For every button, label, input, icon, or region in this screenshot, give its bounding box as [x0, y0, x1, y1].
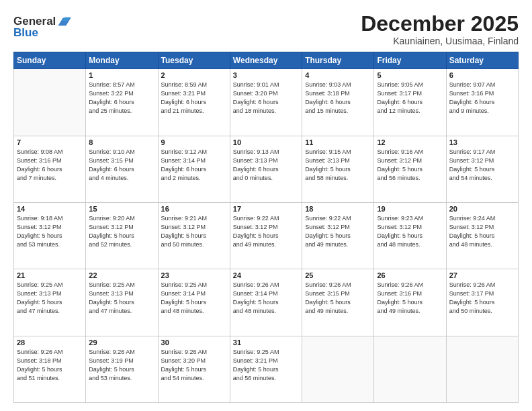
day-info: Sunrise: 9:15 AM Sunset: 3:13 PM Dayligh…	[305, 148, 371, 183]
day-info: Sunrise: 9:22 AM Sunset: 3:12 PM Dayligh…	[233, 214, 299, 249]
day-number: 20	[449, 205, 515, 213]
day-info: Sunrise: 9:08 AM Sunset: 3:16 PM Dayligh…	[17, 148, 83, 183]
weekday-header-saturday: Saturday	[446, 52, 518, 69]
day-info: Sunrise: 9:25 AM Sunset: 3:21 PM Dayligh…	[233, 348, 299, 383]
calendar-cell: 29Sunrise: 9:26 AM Sunset: 3:19 PM Dayli…	[86, 336, 158, 402]
calendar-cell: 25Sunrise: 9:26 AM Sunset: 3:15 PM Dayli…	[302, 269, 374, 336]
day-info: Sunrise: 9:17 AM Sunset: 3:12 PM Dayligh…	[449, 148, 515, 183]
page: General Blue December 2025 Kauniainen, U…	[0, 0, 532, 411]
day-number: 17	[233, 205, 299, 213]
calendar-cell: 21Sunrise: 9:25 AM Sunset: 3:13 PM Dayli…	[14, 269, 86, 336]
calendar-week-2: 7Sunrise: 9:08 AM Sunset: 3:16 PM Daylig…	[14, 136, 519, 202]
day-number: 19	[377, 205, 443, 213]
day-number: 12	[377, 138, 443, 146]
day-number: 16	[161, 205, 227, 213]
calendar-cell: 9Sunrise: 9:12 AM Sunset: 3:14 PM Daylig…	[158, 136, 230, 202]
calendar-cell	[14, 69, 86, 136]
day-number: 29	[89, 338, 154, 347]
day-number: 13	[449, 138, 515, 146]
day-info: Sunrise: 9:26 AM Sunset: 3:15 PM Dayligh…	[305, 281, 371, 316]
day-info: Sunrise: 9:03 AM Sunset: 3:18 PM Dayligh…	[305, 81, 371, 116]
calendar-cell: 10Sunrise: 9:13 AM Sunset: 3:13 PM Dayli…	[230, 136, 302, 202]
calendar-cell: 13Sunrise: 9:17 AM Sunset: 3:12 PM Dayli…	[446, 136, 518, 202]
day-info: Sunrise: 9:26 AM Sunset: 3:18 PM Dayligh…	[17, 348, 83, 383]
calendar-cell: 11Sunrise: 9:15 AM Sunset: 3:13 PM Dayli…	[302, 136, 374, 202]
day-info: Sunrise: 9:01 AM Sunset: 3:20 PM Dayligh…	[233, 81, 299, 116]
calendar-cell: 18Sunrise: 9:22 AM Sunset: 3:12 PM Dayli…	[302, 202, 374, 269]
day-info: Sunrise: 8:59 AM Sunset: 3:21 PM Dayligh…	[161, 81, 227, 116]
day-number: 31	[233, 338, 299, 347]
calendar-cell: 23Sunrise: 9:25 AM Sunset: 3:14 PM Dayli…	[158, 269, 230, 336]
day-info: Sunrise: 9:13 AM Sunset: 3:13 PM Dayligh…	[233, 148, 299, 183]
day-info: Sunrise: 9:24 AM Sunset: 3:12 PM Dayligh…	[449, 214, 515, 249]
day-info: Sunrise: 8:57 AM Sunset: 3:22 PM Dayligh…	[89, 81, 154, 116]
day-info: Sunrise: 9:10 AM Sunset: 3:15 PM Dayligh…	[89, 148, 154, 183]
calendar-cell: 20Sunrise: 9:24 AM Sunset: 3:12 PM Dayli…	[446, 202, 518, 269]
day-info: Sunrise: 9:20 AM Sunset: 3:12 PM Dayligh…	[89, 214, 154, 249]
day-number: 26	[377, 271, 443, 279]
day-number: 18	[305, 205, 371, 213]
day-number: 28	[17, 338, 83, 347]
day-info: Sunrise: 9:25 AM Sunset: 3:13 PM Dayligh…	[17, 281, 83, 316]
day-info: Sunrise: 9:25 AM Sunset: 3:13 PM Dayligh…	[89, 281, 154, 316]
day-info: Sunrise: 9:22 AM Sunset: 3:12 PM Dayligh…	[305, 214, 371, 249]
calendar-cell: 15Sunrise: 9:20 AM Sunset: 3:12 PM Dayli…	[86, 202, 158, 269]
calendar-cell: 14Sunrise: 9:18 AM Sunset: 3:12 PM Dayli…	[14, 202, 86, 269]
day-info: Sunrise: 9:18 AM Sunset: 3:12 PM Dayligh…	[17, 214, 83, 249]
calendar-cell: 17Sunrise: 9:22 AM Sunset: 3:12 PM Dayli…	[230, 202, 302, 269]
calendar-week-4: 21Sunrise: 9:25 AM Sunset: 3:13 PM Dayli…	[14, 269, 519, 336]
day-number: 9	[161, 138, 227, 146]
month-title: December 2025	[361, 12, 519, 36]
calendar-cell: 7Sunrise: 9:08 AM Sunset: 3:16 PM Daylig…	[14, 136, 86, 202]
day-number: 25	[305, 271, 371, 279]
calendar-week-1: 1Sunrise: 8:57 AM Sunset: 3:22 PM Daylig…	[14, 69, 519, 136]
calendar-table: SundayMondayTuesdayWednesdayThursdayFrid…	[13, 52, 519, 403]
logo-icon	[57, 13, 72, 28]
day-number: 11	[305, 138, 371, 146]
day-info: Sunrise: 9:26 AM Sunset: 3:17 PM Dayligh…	[449, 281, 515, 316]
day-number: 1	[89, 71, 154, 79]
weekday-header-thursday: Thursday	[302, 52, 374, 69]
calendar-cell: 5Sunrise: 9:05 AM Sunset: 3:17 PM Daylig…	[374, 69, 446, 136]
calendar-cell: 6Sunrise: 9:07 AM Sunset: 3:16 PM Daylig…	[446, 69, 518, 136]
day-info: Sunrise: 9:12 AM Sunset: 3:14 PM Dayligh…	[161, 148, 227, 183]
day-info: Sunrise: 9:25 AM Sunset: 3:14 PM Dayligh…	[161, 281, 227, 316]
day-number: 3	[233, 71, 299, 79]
day-number: 24	[233, 271, 299, 279]
calendar-cell: 8Sunrise: 9:10 AM Sunset: 3:15 PM Daylig…	[86, 136, 158, 202]
day-number: 23	[161, 271, 227, 279]
day-info: Sunrise: 9:05 AM Sunset: 3:17 PM Dayligh…	[377, 81, 443, 116]
header: General Blue December 2025 Kauniainen, U…	[13, 12, 519, 46]
day-number: 4	[305, 71, 371, 79]
calendar-cell: 3Sunrise: 9:01 AM Sunset: 3:20 PM Daylig…	[230, 69, 302, 136]
day-info: Sunrise: 9:26 AM Sunset: 3:19 PM Dayligh…	[89, 348, 154, 383]
day-info: Sunrise: 9:16 AM Sunset: 3:12 PM Dayligh…	[377, 148, 443, 183]
day-number: 27	[449, 271, 515, 279]
day-number: 21	[17, 271, 83, 279]
weekday-header-row: SundayMondayTuesdayWednesdayThursdayFrid…	[14, 52, 519, 69]
day-number: 6	[449, 71, 515, 79]
calendar-cell: 4Sunrise: 9:03 AM Sunset: 3:18 PM Daylig…	[302, 69, 374, 136]
day-number: 15	[89, 205, 154, 213]
calendar-cell	[302, 336, 374, 402]
calendar-week-3: 14Sunrise: 9:18 AM Sunset: 3:12 PM Dayli…	[14, 202, 519, 269]
calendar-cell: 22Sunrise: 9:25 AM Sunset: 3:13 PM Dayli…	[86, 269, 158, 336]
calendar-cell: 30Sunrise: 9:26 AM Sunset: 3:20 PM Dayli…	[158, 336, 230, 402]
weekday-header-tuesday: Tuesday	[158, 52, 230, 69]
day-info: Sunrise: 9:21 AM Sunset: 3:12 PM Dayligh…	[161, 214, 227, 249]
calendar-cell: 24Sunrise: 9:26 AM Sunset: 3:14 PM Dayli…	[230, 269, 302, 336]
calendar-cell: 2Sunrise: 8:59 AM Sunset: 3:21 PM Daylig…	[158, 69, 230, 136]
calendar-cell: 28Sunrise: 9:26 AM Sunset: 3:18 PM Dayli…	[14, 336, 86, 402]
calendar-cell: 19Sunrise: 9:23 AM Sunset: 3:12 PM Dayli…	[374, 202, 446, 269]
day-number: 22	[89, 271, 154, 279]
calendar-cell: 27Sunrise: 9:26 AM Sunset: 3:17 PM Dayli…	[446, 269, 518, 336]
day-number: 5	[377, 71, 443, 79]
calendar-cell: 1Sunrise: 8:57 AM Sunset: 3:22 PM Daylig…	[86, 69, 158, 136]
calendar-cell: 12Sunrise: 9:16 AM Sunset: 3:12 PM Dayli…	[374, 136, 446, 202]
subtitle: Kauniainen, Uusimaa, Finland	[361, 36, 519, 46]
logo: General Blue	[13, 15, 72, 40]
day-number: 8	[89, 138, 154, 146]
calendar-week-5: 28Sunrise: 9:26 AM Sunset: 3:18 PM Dayli…	[14, 336, 519, 402]
day-info: Sunrise: 9:26 AM Sunset: 3:16 PM Dayligh…	[377, 281, 443, 316]
day-info: Sunrise: 9:07 AM Sunset: 3:16 PM Dayligh…	[449, 81, 515, 116]
